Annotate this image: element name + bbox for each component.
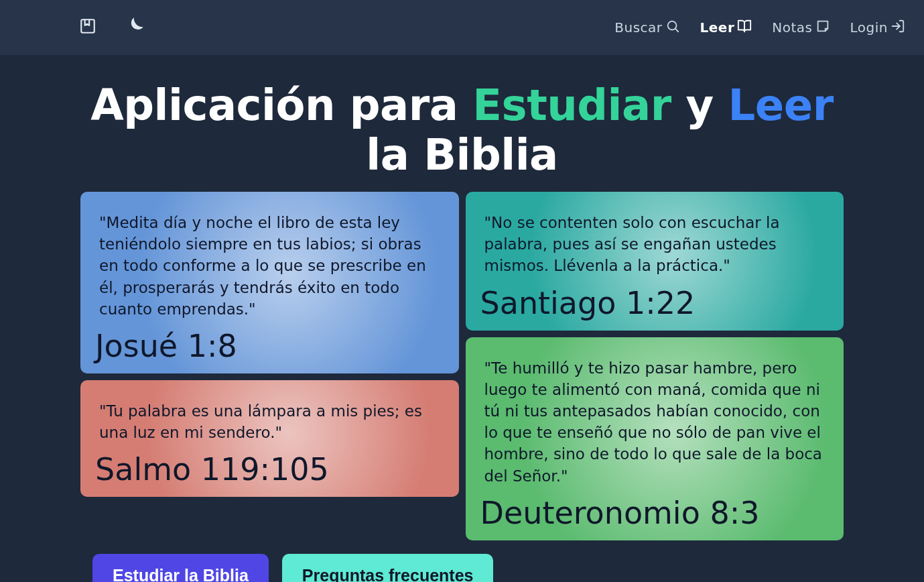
verse-card[interactable]: "Te humilló y te hizo pasar hambre, pero… <box>466 337 844 540</box>
nav-read[interactable]: Leer <box>700 19 752 37</box>
nav-notes[interactable]: Notas <box>772 19 830 37</box>
verse-ref: Josué 1:8 <box>95 328 444 364</box>
title-part1: Aplicación para <box>90 80 472 130</box>
bookmark-book-icon[interactable] <box>79 17 96 38</box>
study-button[interactable]: Estudiar la Biblia <box>92 554 269 582</box>
faq-button[interactable]: Preguntas frecuentes <box>282 554 494 582</box>
search-icon <box>665 19 680 37</box>
nav-login-label: Login <box>850 19 888 36</box>
nav-read-label: Leer <box>700 19 735 36</box>
title-part2: y <box>671 80 728 130</box>
svg-rect-0 <box>81 19 94 33</box>
nav-notes-label: Notas <box>772 19 812 36</box>
verse-card[interactable]: "Medita día y noche el libro de esta ley… <box>80 192 459 373</box>
verse-card[interactable]: "No se contenten solo con escuchar la pa… <box>466 192 844 331</box>
right-column: "No se contenten solo con escuchar la pa… <box>466 192 844 540</box>
verse-text: "No se contenten solo con escuchar la pa… <box>480 207 830 277</box>
page-title: Aplicación para Estudiar y Leer la Bibli… <box>80 80 844 180</box>
title-part3: la Biblia <box>366 130 558 180</box>
title-highlight2: Leer <box>728 80 834 130</box>
app-header: Buscar Leer Notas <box>0 0 924 55</box>
verse-text: "Tu palabra es una lámpara a mis pies; e… <box>95 395 444 443</box>
verse-card[interactable]: "Tu palabra es una lámpara a mis pies; e… <box>80 380 459 497</box>
login-icon <box>890 19 905 37</box>
nav-search[interactable]: Buscar <box>614 19 679 37</box>
title-highlight1: Estudiar <box>472 80 671 130</box>
nav-search-label: Buscar <box>614 19 662 36</box>
left-column: "Medita día y noche el libro de esta ley… <box>80 192 459 540</box>
verse-ref: Deuteronomio 8:3 <box>480 495 830 531</box>
verse-text: "Medita día y noche el libro de esta ley… <box>95 207 444 320</box>
main-nav: Buscar Leer Notas <box>614 19 905 37</box>
open-book-icon <box>737 19 752 37</box>
verse-text: "Te humilló y te hizo pasar hambre, pero… <box>480 352 830 487</box>
action-buttons: Estudiar la Biblia Preguntas frecuentes <box>80 554 844 582</box>
main-content: Aplicación para Estudiar y Leer la Bibli… <box>0 55 924 582</box>
verse-ref: Santiago 1:22 <box>480 285 830 321</box>
verse-cards: "Medita día y noche el libro de esta ley… <box>80 192 844 540</box>
verse-ref: Salmo 119:105 <box>95 451 444 487</box>
nav-login[interactable]: Login <box>850 19 905 37</box>
header-left <box>79 15 146 40</box>
sticky-note-icon <box>815 19 830 37</box>
moon-icon[interactable] <box>123 15 146 40</box>
